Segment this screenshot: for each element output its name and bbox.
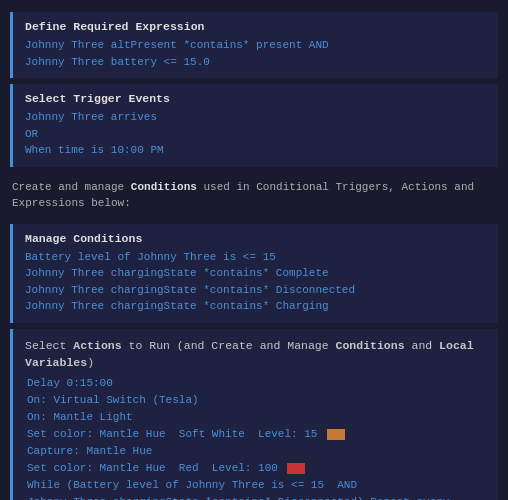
actions-title: Select Actions to Run (and Create and Ma… <box>25 337 486 372</box>
action-set-color-red: Set color: Mantle Hue Red Level: 100 <box>25 460 486 477</box>
action-delay1: Delay 0:15:00 <box>25 375 486 392</box>
define-line-2: Johnny Three battery <= 15.0 <box>25 54 486 71</box>
swatch-red <box>287 463 305 474</box>
swatch-orange <box>327 429 345 440</box>
page-wrapper: Define Required Expression Johnny Three … <box>0 0 508 500</box>
actions-keyword: Actions <box>73 339 121 352</box>
condition-line-4: Johnny Three chargingState *contains* Ch… <box>25 298 486 315</box>
action-while-condition: Johnny Three chargingState *contains* Di… <box>25 494 486 500</box>
define-title: Define Required Expression <box>25 20 486 33</box>
action-set-color-soft: Set color: Mantle Hue Soft White Level: … <box>25 426 486 443</box>
action-virtual-switch1: On: Virtual Switch (Tesla) <box>25 392 486 409</box>
trigger-line-1: Johnny Three arrives <box>25 109 486 126</box>
actions-post: ) <box>87 356 94 369</box>
conditions-keyword2: Conditions <box>336 339 405 352</box>
conditions-section: Manage Conditions Battery level of Johnn… <box>10 224 498 323</box>
trigger-line-3: When time is 10:00 PM <box>25 142 486 159</box>
action-capture: Capture: Mantle Hue <box>25 443 486 460</box>
trigger-title: Select Trigger Events <box>25 92 486 105</box>
conditions-keyword: Conditions <box>131 181 197 193</box>
condition-line-2: Johnny Three chargingState *contains* Co… <box>25 265 486 282</box>
define-section: Define Required Expression Johnny Three … <box>10 12 498 78</box>
actions-section: Select Actions to Run (and Create and Ma… <box>10 329 498 501</box>
condition-line-3: Johnny Three chargingState *contains* Di… <box>25 282 486 299</box>
conditions-title: Manage Conditions <box>25 232 486 245</box>
actions-and: and <box>405 339 440 352</box>
actions-pre: Select <box>25 339 73 352</box>
trigger-section: Select Trigger Events Johnny Three arriv… <box>10 84 498 167</box>
actions-mid: to Run (and Create and Manage <box>122 339 336 352</box>
action-mantle-light-on: On: Mantle Light <box>25 409 486 426</box>
trigger-line-2: OR <box>25 126 486 143</box>
action-while: While (Battery level of Johnny Three is … <box>25 477 486 494</box>
info-text: Create and manage Conditions used in Con… <box>0 173 508 218</box>
define-line-1: Johnny Three altPresent *contains* prese… <box>25 37 486 54</box>
condition-line-1: Battery level of Johnny Three is <= 15 <box>25 249 486 266</box>
